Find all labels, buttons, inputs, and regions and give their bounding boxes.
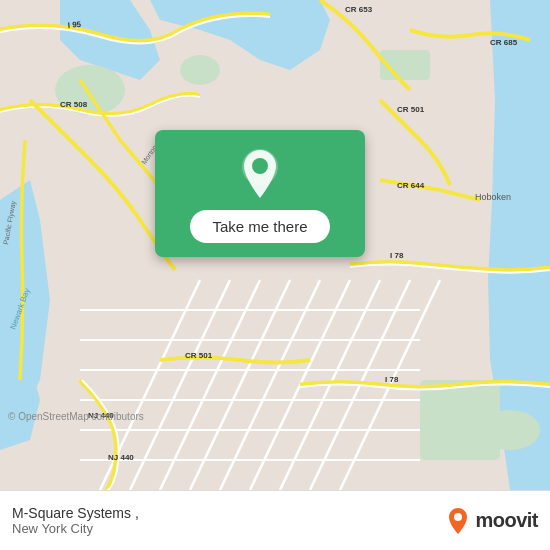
svg-point-43 xyxy=(454,513,462,521)
location-info: M-Square Systems , New York City xyxy=(12,505,139,536)
svg-text:CR 653: CR 653 xyxy=(345,5,373,14)
take-me-there-button[interactable]: Take me there xyxy=(190,210,329,243)
svg-text:I 78: I 78 xyxy=(385,375,399,384)
svg-text:Hoboken: Hoboken xyxy=(475,192,511,202)
map-view: I 95 CR 653 CR 685 CR 508 CR 501 CR 644 … xyxy=(0,0,550,490)
svg-text:NJ 440: NJ 440 xyxy=(108,453,134,462)
bottom-bar: M-Square Systems , New York City moovit xyxy=(0,490,550,550)
svg-text:CR 501: CR 501 xyxy=(185,351,213,360)
moovit-brand-text: moovit xyxy=(475,509,538,532)
moovit-logo: moovit xyxy=(447,507,538,535)
svg-text:CR 685: CR 685 xyxy=(490,38,518,47)
map-attribution: © OpenStreetMap contributors xyxy=(8,411,144,422)
svg-text:CR 508: CR 508 xyxy=(60,100,88,109)
svg-text:I 95: I 95 xyxy=(67,20,82,30)
location-name: M-Square Systems , xyxy=(12,505,139,521)
svg-point-42 xyxy=(252,158,268,174)
svg-text:CR 644: CR 644 xyxy=(397,181,425,190)
moovit-pin-icon xyxy=(447,507,469,535)
location-card: Take me there xyxy=(155,130,365,257)
svg-point-7 xyxy=(180,55,220,85)
svg-point-9 xyxy=(480,410,540,450)
svg-text:I 78: I 78 xyxy=(390,251,404,260)
location-pin-icon xyxy=(239,148,281,200)
svg-text:CR 501: CR 501 xyxy=(397,105,425,114)
location-city: New York City xyxy=(12,521,139,536)
